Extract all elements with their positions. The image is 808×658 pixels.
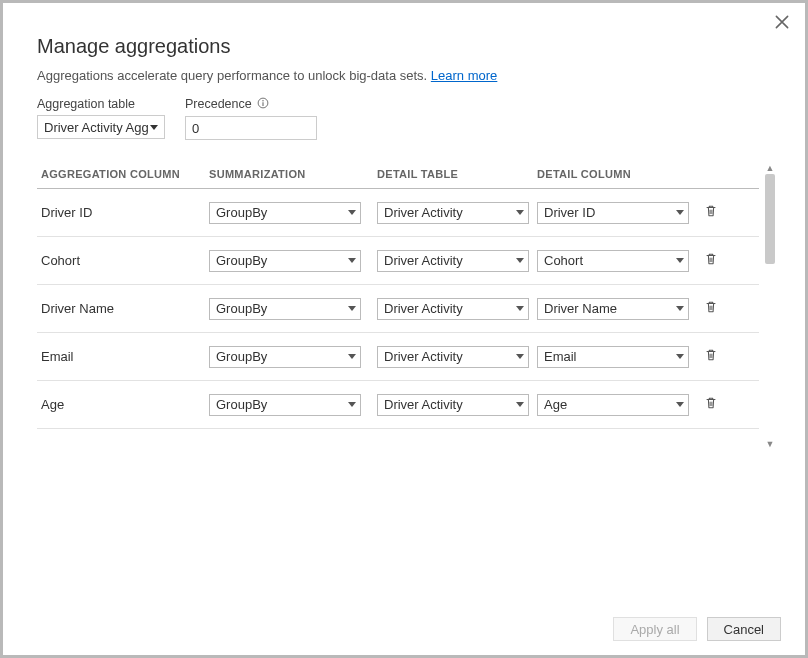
close-icon[interactable] — [773, 13, 791, 31]
scroll-down-icon[interactable]: ▼ — [763, 438, 777, 450]
chevron-down-icon — [676, 306, 684, 311]
detail-column-select[interactable]: Cohort — [537, 250, 689, 272]
detail-column-select[interactable]: Driver Name — [537, 298, 689, 320]
chevron-down-icon — [676, 402, 684, 407]
delete-row-button[interactable] — [697, 204, 725, 221]
delete-row-button[interactable] — [697, 396, 725, 413]
summarization-select[interactable]: GroupBy — [209, 250, 361, 272]
precedence-input[interactable]: 0 — [185, 116, 317, 140]
summarization-select[interactable]: GroupBy — [209, 298, 361, 320]
detail-table-select[interactable]: Driver Activity — [377, 346, 529, 368]
aggregation-column-value: Age — [41, 397, 209, 412]
aggregation-table-label: Aggregation table — [37, 97, 165, 111]
summarization-select[interactable]: GroupBy — [209, 202, 361, 224]
table-row: EmailGroupByDriver ActivityEmail — [37, 333, 759, 381]
detail-column-select[interactable]: Email — [537, 346, 689, 368]
table-row: Driver IDGroupByDriver ActivityDriver ID — [37, 189, 759, 237]
aggregation-column-value: Driver Name — [41, 301, 209, 316]
info-icon[interactable] — [257, 97, 269, 112]
svg-rect-2 — [263, 102, 264, 106]
scrollbar[interactable]: ▲ ▼ — [763, 162, 777, 452]
delete-row-button[interactable] — [697, 348, 725, 365]
header-detail-table: DETAIL TABLE — [377, 168, 537, 180]
scroll-track[interactable] — [763, 174, 777, 438]
chevron-down-icon — [676, 354, 684, 359]
dialog-footer: Apply all Cancel — [613, 617, 781, 641]
precedence-label: Precedence — [185, 97, 317, 112]
cancel-button[interactable]: Cancel — [707, 617, 781, 641]
intro-text: Aggregations accelerate query performanc… — [37, 68, 431, 83]
aggregation-table-control: Aggregation table Driver Activity Agg — [37, 97, 165, 140]
table-row: Driver NameGroupByDriver ActivityDriver … — [37, 285, 759, 333]
detail-table-select[interactable]: Driver Activity — [377, 394, 529, 416]
trash-icon — [704, 348, 718, 365]
detail-column-select[interactable]: Driver ID — [537, 202, 689, 224]
delete-row-button[interactable] — [697, 252, 725, 269]
aggregation-column-value: Email — [41, 349, 209, 364]
chevron-down-icon — [676, 258, 684, 263]
chevron-down-icon — [516, 306, 524, 311]
chevron-down-icon — [348, 210, 356, 215]
trash-icon — [704, 204, 718, 221]
summarization-select[interactable]: GroupBy — [209, 346, 361, 368]
trash-icon — [704, 396, 718, 413]
apply-all-button[interactable]: Apply all — [613, 617, 696, 641]
trash-icon — [704, 300, 718, 317]
detail-table-select[interactable]: Driver Activity — [377, 298, 529, 320]
header-detail-column: DETAIL COLUMN — [537, 168, 697, 180]
chevron-down-icon — [348, 354, 356, 359]
learn-more-link[interactable]: Learn more — [431, 68, 497, 83]
aggregation-column-value: Cohort — [41, 253, 209, 268]
aggregations-table: AGGREGATION COLUMN SUMMARIZATION DETAIL … — [37, 162, 777, 462]
delete-row-button[interactable] — [697, 300, 725, 317]
detail-table-select[interactable]: Driver Activity — [377, 250, 529, 272]
aggregation-table-select[interactable]: Driver Activity Agg — [37, 115, 165, 139]
scroll-up-icon[interactable]: ▲ — [763, 162, 777, 174]
chevron-down-icon — [516, 354, 524, 359]
header-aggregation-column: AGGREGATION COLUMN — [41, 168, 209, 180]
manage-aggregations-dialog: Manage aggregations Aggregations acceler… — [0, 0, 808, 658]
detail-column-select[interactable]: Age — [537, 394, 689, 416]
aggregation-column-value: Driver ID — [41, 205, 209, 220]
dialog-title: Manage aggregations — [37, 35, 777, 58]
chevron-down-icon — [348, 402, 356, 407]
summarization-select[interactable]: GroupBy — [209, 394, 361, 416]
chevron-down-icon — [150, 125, 158, 130]
chevron-down-icon — [348, 306, 356, 311]
table-headers: AGGREGATION COLUMN SUMMARIZATION DETAIL … — [37, 162, 759, 189]
chevron-down-icon — [516, 258, 524, 263]
trash-icon — [704, 252, 718, 269]
aggregation-table-value: Driver Activity Agg — [44, 120, 149, 135]
chevron-down-icon — [516, 402, 524, 407]
chevron-down-icon — [676, 210, 684, 215]
precedence-value: 0 — [192, 121, 199, 136]
svg-point-1 — [263, 100, 264, 101]
chevron-down-icon — [516, 210, 524, 215]
intro-text-block: Aggregations accelerate query performanc… — [37, 68, 777, 83]
table-row: CohortGroupByDriver ActivityCohort — [37, 237, 759, 285]
chevron-down-icon — [348, 258, 356, 263]
table-row: AgeGroupByDriver ActivityAge — [37, 381, 759, 429]
header-summarization: SUMMARIZATION — [209, 168, 377, 180]
precedence-control: Precedence 0 — [185, 97, 317, 140]
scroll-thumb[interactable] — [765, 174, 775, 264]
detail-table-select[interactable]: Driver Activity — [377, 202, 529, 224]
